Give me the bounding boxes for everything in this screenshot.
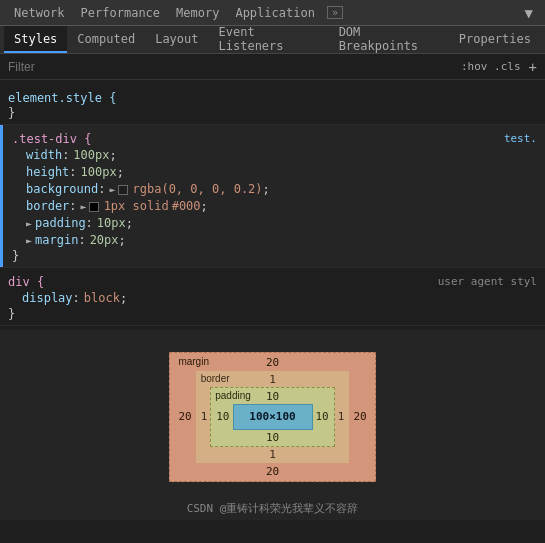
devtools-panel: Network Performance Memory Application »…: [0, 0, 545, 543]
tab-styles[interactable]: Styles: [4, 26, 67, 53]
add-style-button[interactable]: +: [529, 59, 537, 75]
border-bottom-value: 1: [269, 448, 276, 461]
prop-display: display : block;: [8, 290, 537, 307]
margin-bottom-value: 20: [266, 465, 279, 478]
padding-arrow: ►: [26, 215, 32, 232]
element-style-header: element.style {: [8, 88, 537, 106]
border-middle-row: 1 padding 10 10: [196, 387, 350, 447]
watermark: CSDN @重铸计科荣光我辈义不容辞: [0, 495, 545, 520]
filter-input[interactable]: [8, 60, 461, 74]
tab-properties[interactable]: Properties: [449, 26, 541, 53]
tab-event-listeners[interactable]: Event Listeners: [209, 26, 329, 53]
padding-label: padding: [215, 390, 251, 401]
element-style-close: }: [8, 106, 537, 120]
tab-network[interactable]: Network: [6, 0, 73, 25]
styles-panel: element.style { } .test-div { test. widt…: [0, 80, 545, 330]
div-rule: div { user agent styl display : block; }: [0, 268, 545, 326]
border-top-value: 1: [269, 373, 276, 386]
margin-top-value: 20: [266, 356, 279, 369]
prop-border: border : ► 1px solid #000 ;: [12, 198, 537, 215]
padding-right-value: 10: [313, 410, 332, 423]
border-label: border: [201, 373, 230, 384]
tab-application[interactable]: Application: [227, 0, 322, 25]
element-style-selector: element.style {: [8, 91, 116, 105]
tab-computed[interactable]: Computed: [67, 26, 145, 53]
margin-arrow: ►: [26, 232, 32, 249]
top-tab-bar: Network Performance Memory Application »…: [0, 0, 545, 26]
background-arrow: ►: [109, 181, 115, 198]
prop-background: background : ► rgba(0, 0, 0, 0.2) ;: [12, 181, 537, 198]
prop-margin: ► margin : 20px;: [12, 232, 537, 249]
test-div-rule: .test-div { test. width : 100px; height …: [0, 125, 545, 268]
background-swatch[interactable]: [118, 185, 128, 195]
test-div-header: .test-div { test.: [12, 129, 537, 147]
box-model-diagram: margin 20 20 20 border 1 1: [169, 352, 375, 482]
tab-layout[interactable]: Layout: [145, 26, 208, 53]
content-size: 100×100: [249, 410, 295, 423]
border-right-value: 1: [335, 410, 348, 423]
margin-middle-row: 20 border 1 1 1: [170, 371, 374, 463]
margin-left-value: 20: [174, 410, 195, 423]
tab-memory[interactable]: Memory: [168, 0, 227, 25]
div-close: }: [8, 307, 537, 321]
margin-layer: margin 20 20 20 border 1 1: [169, 352, 375, 482]
test-div-source[interactable]: test.: [504, 132, 537, 146]
tab-dom-breakpoints[interactable]: DOM Breakpoints: [329, 26, 449, 53]
tab-performance[interactable]: Performance: [73, 0, 168, 25]
active-rule-indicator: [0, 125, 3, 267]
prop-width: width : 100px;: [12, 147, 537, 164]
prop-padding: ► padding : 10px;: [12, 215, 537, 232]
border-color-swatch[interactable]: [89, 202, 99, 212]
test-div-close: }: [12, 249, 537, 263]
collapse-icon[interactable]: ▼: [519, 5, 539, 21]
border-layer: border 1 1 1 padding: [196, 371, 350, 463]
margin-right-value: 20: [349, 410, 370, 423]
padding-layer: padding 10 10 10 100×1: [210, 387, 335, 447]
div-selector: div {: [8, 275, 44, 289]
border-arrow: ►: [81, 198, 87, 215]
filter-bar: :hov .cls +: [0, 54, 545, 80]
margin-label: margin: [178, 356, 209, 367]
border-left-value: 1: [198, 410, 211, 423]
padding-bottom-value: 10: [266, 431, 279, 444]
div-source: user agent styl: [438, 275, 537, 289]
element-style-rule: element.style { }: [0, 84, 545, 125]
watermark-text: CSDN @重铸计科荣光我辈义不容辞: [187, 502, 359, 515]
content-box: 100×100: [233, 404, 313, 430]
more-tabs-button[interactable]: »: [327, 6, 343, 19]
main-tab-bar: Styles Computed Layout Event Listeners D…: [0, 26, 545, 54]
padding-left-value: 10: [213, 410, 232, 423]
prop-height: height : 100px;: [12, 164, 537, 181]
box-model-section: margin 20 20 20 border 1 1: [0, 330, 545, 495]
padding-top-value: 10: [266, 390, 279, 403]
padding-middle-row: 10 100×100 10: [211, 404, 334, 430]
pseudo-class-buttons[interactable]: :hov .cls: [461, 60, 521, 73]
div-rule-header: div { user agent styl: [8, 272, 537, 290]
test-div-selector: .test-div {: [12, 132, 91, 146]
